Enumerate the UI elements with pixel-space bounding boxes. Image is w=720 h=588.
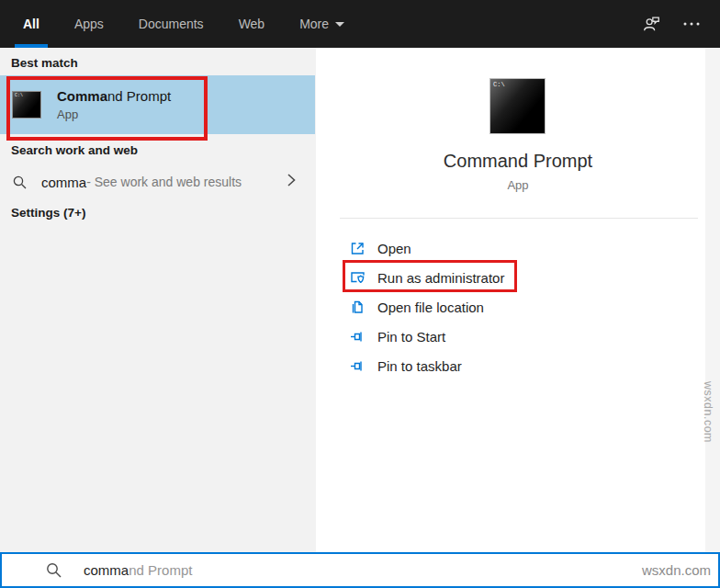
web-suggestion-row[interactable]: comma - See work and web results — [0, 168, 316, 196]
right-edge-strip — [705, 48, 720, 552]
tab-documents[interactable]: Documents — [130, 0, 212, 48]
best-match-result-command-prompt[interactable]: C:\ Command Prompt App — [0, 75, 315, 134]
topbar-icons — [641, 0, 702, 48]
search-filter-bar: All Apps Documents Web More — [0, 0, 720, 48]
settings-header: Settings (7+) — [11, 206, 85, 220]
best-match-title-matched: Comma — [57, 88, 107, 104]
windows-search-panel: All Apps Documents Web More — [0, 0, 720, 588]
best-match-header: Best match — [11, 56, 78, 70]
more-options-ellipsis-icon[interactable] — [681, 14, 702, 34]
preview-app-name: Command Prompt — [316, 151, 720, 172]
tab-apps[interactable]: Apps — [66, 0, 112, 48]
watermark-bottom: wsxdn.com — [642, 554, 711, 586]
file-location-icon — [350, 300, 366, 315]
tab-all[interactable]: All — [15, 0, 48, 48]
chevron-right-icon[interactable] — [283, 172, 299, 192]
action-open-file-location[interactable]: Open file location — [316, 292, 705, 322]
action-open-label: Open — [377, 241, 411, 256]
search-icon — [12, 175, 28, 190]
tab-web-label: Web — [239, 17, 265, 31]
context-actions: Open Run as administrator — [316, 233, 705, 380]
search-results-panel: Best match C:\ Command Prompt App Search… — [0, 48, 316, 552]
tab-all-label: All — [23, 17, 39, 31]
action-pin-to-taskbar[interactable]: Pin to taskbar — [316, 351, 705, 380]
tab-web[interactable]: Web — [231, 0, 274, 48]
best-match-texts: Command Prompt App — [57, 88, 171, 121]
dropdown-caret-icon — [335, 22, 344, 27]
command-prompt-icon: C:\ — [489, 78, 546, 134]
tab-more[interactable]: More — [291, 0, 353, 48]
search-query-text: command Prompt — [84, 554, 192, 586]
search-icon — [45, 561, 62, 582]
action-pin-to-start[interactable]: Pin to Start — [316, 322, 705, 351]
shield-window-icon — [350, 270, 366, 286]
tab-apps-label: Apps — [74, 17, 104, 31]
feedback-icon[interactable] — [641, 14, 661, 34]
pin-icon — [350, 358, 366, 374]
best-match-title: Command Prompt — [57, 88, 171, 104]
pin-icon — [350, 329, 366, 345]
command-prompt-icon: C:\ — [12, 91, 41, 119]
best-match-type: App — [57, 107, 171, 121]
search-web-header: Search work and web — [11, 143, 138, 157]
action-run-as-administrator-label: Run as administrator — [377, 270, 504, 286]
watermark-side: wsxdn.com — [702, 381, 714, 473]
open-icon — [350, 241, 366, 256]
preview-divider — [340, 218, 698, 219]
action-open[interactable]: Open — [316, 233, 705, 263]
search-autocomplete-text: nd Prompt — [129, 562, 192, 578]
filter-tabs: All Apps Documents Web More — [15, 0, 371, 48]
action-pin-to-start-label: Pin to Start — [377, 329, 445, 345]
web-suggestion-query: comma — [41, 175, 86, 190]
result-preview-panel: C:\ Command Prompt App Open — [316, 48, 705, 552]
action-open-file-location-label: Open file location — [377, 300, 484, 315]
preview-app-type: App — [316, 178, 720, 192]
search-input[interactable]: command Prompt wsxdn.com — [0, 552, 720, 588]
action-pin-to-taskbar-label: Pin to taskbar — [377, 358, 462, 374]
tab-more-label: More — [299, 17, 329, 31]
tab-documents-label: Documents — [139, 17, 204, 31]
best-match-title-rest: nd Prompt — [107, 88, 171, 104]
web-suggestion-description: - See work and web results — [86, 175, 242, 189]
action-run-as-administrator[interactable]: Run as administrator — [316, 263, 705, 292]
search-typed-text: comma — [84, 562, 129, 578]
